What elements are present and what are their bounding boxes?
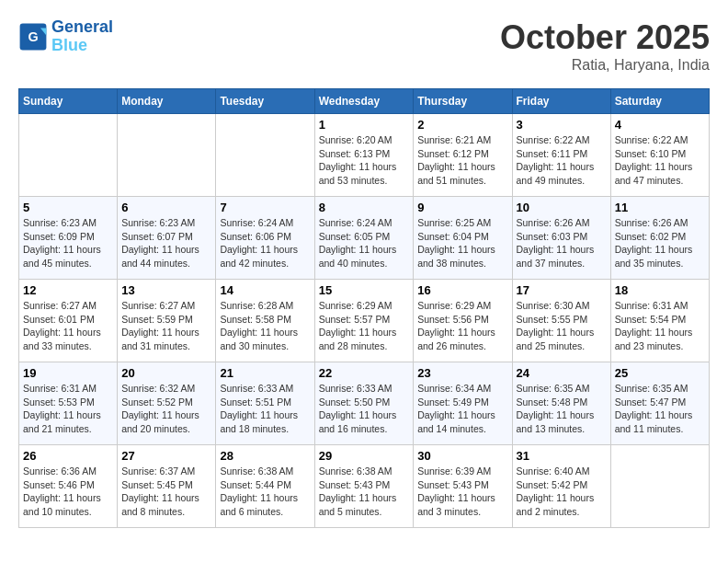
day-detail: Sunrise: 6:23 AM Sunset: 6:07 PM Dayligh… [121,216,211,270]
logo: G General Blue [18,18,113,55]
calendar-cell: 14Sunrise: 6:28 AM Sunset: 5:58 PM Dayli… [216,280,314,362]
calendar-cell: 16Sunrise: 6:29 AM Sunset: 5:56 PM Dayli… [414,280,512,362]
day-detail: Sunrise: 6:38 AM Sunset: 5:43 PM Dayligh… [319,465,410,519]
day-number: 28 [220,449,310,463]
day-number: 6 [121,201,211,214]
calendar-week-row: 1Sunrise: 6:20 AM Sunset: 6:13 PM Daylig… [19,114,710,197]
day-detail: Sunrise: 6:24 AM Sunset: 6:05 PM Dayligh… [319,216,410,270]
calendar-cell: 17Sunrise: 6:30 AM Sunset: 5:55 PM Dayli… [512,280,610,362]
calendar-table: SundayMondayTuesdayWednesdayThursdayFrid… [18,88,710,528]
calendar-week-row: 12Sunrise: 6:27 AM Sunset: 6:01 PM Dayli… [19,280,710,362]
calendar-cell [216,114,314,197]
day-detail: Sunrise: 6:30 AM Sunset: 5:55 PM Dayligh… [517,299,607,353]
day-detail: Sunrise: 6:25 AM Sunset: 6:04 PM Dayligh… [417,216,507,270]
day-detail: Sunrise: 6:39 AM Sunset: 5:43 PM Dayligh… [417,465,507,519]
day-number: 22 [319,366,410,380]
day-detail: Sunrise: 6:21 AM Sunset: 6:12 PM Dayligh… [417,133,507,188]
day-number: 27 [121,449,211,463]
calendar-cell: 6Sunrise: 6:23 AM Sunset: 6:07 PM Daylig… [118,197,216,280]
month-title: October 2025 [500,18,710,57]
calendar-cell: 19Sunrise: 6:31 AM Sunset: 5:53 PM Dayli… [19,362,118,445]
day-number: 18 [615,283,705,297]
day-number: 20 [121,366,211,380]
day-number: 21 [220,366,310,380]
day-number: 3 [517,118,607,132]
calendar-cell: 2Sunrise: 6:21 AM Sunset: 6:12 PM Daylig… [414,114,512,197]
day-number: 2 [417,118,507,132]
calendar-header: SundayMondayTuesdayWednesdayThursdayFrid… [19,89,710,114]
day-detail: Sunrise: 6:38 AM Sunset: 5:44 PM Dayligh… [220,465,310,519]
day-number: 31 [517,449,607,463]
day-detail: Sunrise: 6:34 AM Sunset: 5:49 PM Dayligh… [417,382,507,436]
day-detail: Sunrise: 6:35 AM Sunset: 5:48 PM Dayligh… [517,382,607,436]
calendar-cell: 21Sunrise: 6:33 AM Sunset: 5:51 PM Dayli… [216,362,314,445]
day-number: 29 [319,449,410,463]
calendar-cell: 28Sunrise: 6:38 AM Sunset: 5:44 PM Dayli… [216,445,314,528]
calendar-week-row: 5Sunrise: 6:23 AM Sunset: 6:09 PM Daylig… [19,197,710,280]
day-detail: Sunrise: 6:20 AM Sunset: 6:13 PM Dayligh… [319,133,410,188]
day-number: 15 [319,283,410,297]
day-detail: Sunrise: 6:24 AM Sunset: 6:06 PM Dayligh… [220,216,310,270]
calendar-cell [610,445,709,528]
day-detail: Sunrise: 6:32 AM Sunset: 5:52 PM Dayligh… [121,382,211,436]
calendar-cell: 4Sunrise: 6:22 AM Sunset: 6:10 PM Daylig… [610,114,709,197]
calendar-cell: 13Sunrise: 6:27 AM Sunset: 5:59 PM Dayli… [118,280,216,362]
calendar-cell: 18Sunrise: 6:31 AM Sunset: 5:54 PM Dayli… [610,280,709,362]
day-number: 25 [615,366,705,380]
weekday-header: Friday [512,89,610,114]
page-header: G General Blue October 2025 Ratia, Harya… [18,18,710,74]
day-number: 26 [23,449,113,463]
day-number: 13 [121,283,211,297]
day-number: 9 [417,201,507,214]
day-detail: Sunrise: 6:26 AM Sunset: 6:02 PM Dayligh… [615,216,705,270]
calendar-cell: 29Sunrise: 6:38 AM Sunset: 5:43 PM Dayli… [314,445,414,528]
day-number: 11 [615,201,705,214]
weekday-header: Wednesday [314,89,414,114]
day-number: 17 [517,283,607,297]
day-detail: Sunrise: 6:27 AM Sunset: 5:59 PM Dayligh… [121,299,211,353]
logo-icon: G [18,22,48,52]
calendar-cell: 3Sunrise: 6:22 AM Sunset: 6:11 PM Daylig… [512,114,610,197]
calendar-cell: 20Sunrise: 6:32 AM Sunset: 5:52 PM Dayli… [118,362,216,445]
calendar-cell: 1Sunrise: 6:20 AM Sunset: 6:13 PM Daylig… [314,114,414,197]
day-number: 12 [23,283,113,297]
day-number: 1 [319,118,410,132]
calendar-cell: 22Sunrise: 6:33 AM Sunset: 5:50 PM Dayli… [314,362,414,445]
weekday-header: Sunday [19,89,118,114]
day-number: 5 [23,201,113,214]
weekday-header: Monday [118,89,216,114]
weekday-header: Saturday [610,89,709,114]
day-number: 10 [517,201,607,214]
day-detail: Sunrise: 6:31 AM Sunset: 5:54 PM Dayligh… [615,299,705,353]
day-number: 8 [319,201,410,214]
logo-text: General Blue [51,18,113,55]
day-detail: Sunrise: 6:28 AM Sunset: 5:58 PM Dayligh… [220,299,310,353]
day-number: 7 [220,201,310,214]
day-detail: Sunrise: 6:22 AM Sunset: 6:11 PM Dayligh… [517,133,607,188]
calendar-cell: 8Sunrise: 6:24 AM Sunset: 6:05 PM Daylig… [314,197,414,280]
day-detail: Sunrise: 6:40 AM Sunset: 5:42 PM Dayligh… [517,465,607,519]
day-detail: Sunrise: 6:33 AM Sunset: 5:51 PM Dayligh… [220,382,310,436]
day-detail: Sunrise: 6:33 AM Sunset: 5:50 PM Dayligh… [319,382,410,436]
calendar-cell: 31Sunrise: 6:40 AM Sunset: 5:42 PM Dayli… [512,445,610,528]
calendar-cell: 27Sunrise: 6:37 AM Sunset: 5:45 PM Dayli… [118,445,216,528]
day-detail: Sunrise: 6:23 AM Sunset: 6:09 PM Dayligh… [23,216,113,270]
day-number: 19 [23,366,113,380]
calendar-cell: 5Sunrise: 6:23 AM Sunset: 6:09 PM Daylig… [19,197,118,280]
day-number: 30 [417,449,507,463]
calendar-cell: 11Sunrise: 6:26 AM Sunset: 6:02 PM Dayli… [610,197,709,280]
calendar-cell [118,114,216,197]
calendar-cell: 30Sunrise: 6:39 AM Sunset: 5:43 PM Dayli… [414,445,512,528]
calendar-cell: 7Sunrise: 6:24 AM Sunset: 6:06 PM Daylig… [216,197,314,280]
day-detail: Sunrise: 6:35 AM Sunset: 5:47 PM Dayligh… [615,382,705,436]
calendar-week-row: 19Sunrise: 6:31 AM Sunset: 5:53 PM Dayli… [19,362,710,445]
day-number: 14 [220,283,310,297]
day-detail: Sunrise: 6:29 AM Sunset: 5:57 PM Dayligh… [319,299,410,353]
svg-text:G: G [28,29,38,44]
calendar-cell: 12Sunrise: 6:27 AM Sunset: 6:01 PM Dayli… [19,280,118,362]
day-number: 16 [417,283,507,297]
calendar-cell [19,114,118,197]
day-detail: Sunrise: 6:27 AM Sunset: 6:01 PM Dayligh… [23,299,113,353]
day-detail: Sunrise: 6:31 AM Sunset: 5:53 PM Dayligh… [23,382,113,436]
day-detail: Sunrise: 6:29 AM Sunset: 5:56 PM Dayligh… [417,299,507,353]
